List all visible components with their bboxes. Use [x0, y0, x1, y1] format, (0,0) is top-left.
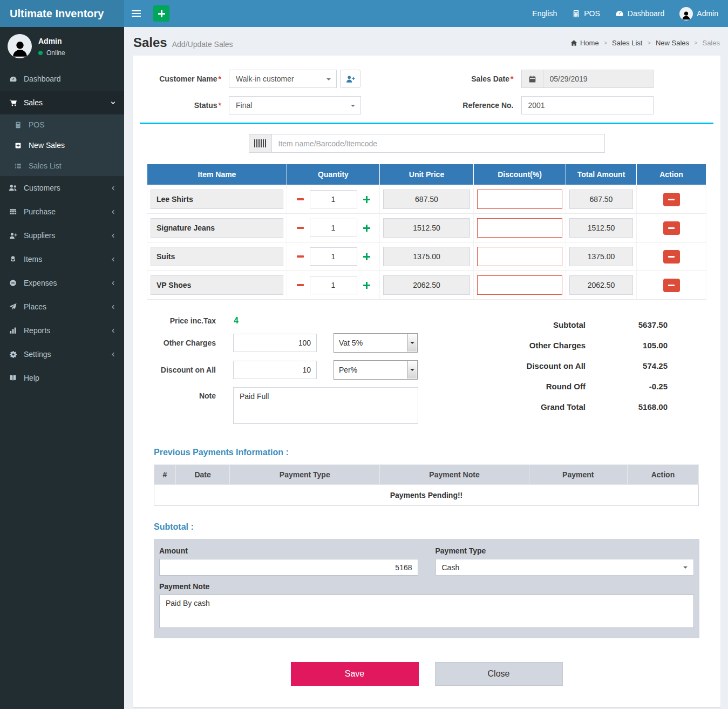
quantity-decrease-button[interactable] — [296, 283, 305, 287]
item-row — [147, 242, 706, 271]
customer-name-label: Customer Name* — [147, 75, 229, 83]
sidebar-subitem-pos[interactable]: POS — [0, 114, 124, 135]
dashboard-icon — [615, 9, 624, 18]
sidebar-item-settings[interactable]: Settings — [0, 342, 124, 366]
discount-type-select[interactable]: Per% — [334, 360, 418, 380]
item-search-input[interactable] — [271, 134, 605, 153]
plus-icon — [158, 10, 165, 17]
list-icon — [13, 163, 23, 170]
remove-item-button[interactable] — [663, 279, 680, 292]
topbar-pos-link[interactable]: POS — [572, 9, 600, 18]
dashboard-icon — [8, 75, 18, 83]
sidebar-item-expenses[interactable]: Expenses — [0, 271, 124, 295]
sidebar-subitem-new-sales[interactable]: New Sales — [0, 135, 124, 156]
reference-input[interactable] — [521, 96, 654, 114]
brand-logo[interactable]: Ultimate Inventory — [0, 0, 124, 27]
quantity-decrease-button[interactable] — [296, 254, 305, 259]
discount-input[interactable] — [477, 190, 562, 209]
cart-icon — [8, 99, 18, 107]
quantity-input[interactable] — [310, 247, 357, 266]
other-charges-type-select[interactable]: Vat 5% — [334, 333, 418, 353]
chevron-left-icon — [110, 256, 116, 262]
column-header-quantity: Quantity — [287, 164, 380, 185]
language-menu[interactable]: English — [532, 9, 557, 18]
payment-panel: Amount Payment Type Cash Payment Note Pa… — [154, 539, 699, 638]
calculator-icon — [572, 10, 580, 18]
quantity-input[interactable] — [310, 219, 357, 237]
grand-total-row: Grand Total5168.00 — [488, 402, 668, 411]
quantity-decrease-button[interactable] — [296, 226, 305, 230]
discount-on-all-input[interactable] — [233, 361, 317, 379]
status-select-value: Final — [236, 101, 252, 110]
amount-input[interactable] — [159, 559, 418, 576]
sidebar-item-label: Purchase — [24, 207, 56, 216]
select-arrow-icon — [407, 334, 417, 352]
save-button[interactable]: Save — [291, 662, 419, 686]
customer-select[interactable]: Walk-in customer — [229, 70, 337, 88]
breadcrumb-separator: > — [604, 39, 607, 46]
sidebar-item-items[interactable]: Items — [0, 247, 124, 271]
user-menu[interactable]: Admin — [679, 7, 718, 21]
note-textarea[interactable]: Paid Full — [233, 387, 418, 424]
discount-input[interactable] — [477, 275, 562, 295]
sidebar-subitem-sales-list[interactable]: Sales List — [0, 156, 124, 176]
other-charges-input[interactable] — [233, 334, 317, 352]
quantity-input[interactable] — [310, 276, 357, 294]
status-select[interactable]: Final — [229, 96, 361, 114]
sidebar-user-panel: Admin Online — [0, 27, 124, 67]
sidebar-item-label: Places — [24, 302, 46, 311]
sidebar-item-help[interactable]: Help — [0, 366, 124, 390]
payments-pending-message: Payments Pending!! — [154, 485, 699, 506]
sidebar-toggle-button[interactable] — [124, 0, 148, 27]
breadcrumb-separator: > — [647, 39, 650, 46]
discount-input[interactable] — [477, 247, 562, 266]
sidebar-item-customers[interactable]: Customers — [0, 176, 124, 200]
column-header-action: Action — [627, 465, 698, 485]
payment-note-textarea[interactable]: Paid By cash — [159, 595, 694, 628]
sidebar-subitem-label: POS — [29, 120, 45, 129]
quick-add-button[interactable] — [153, 5, 169, 22]
topbar-dashboard-link[interactable]: Dashboard — [615, 9, 665, 18]
discount-on-all-row: Discount on All574.25 — [488, 361, 668, 370]
quantity-increase-button[interactable] — [362, 281, 371, 290]
plus-icon — [363, 282, 370, 289]
sales-submenu: POS New Sales Sales List — [0, 114, 124, 176]
sidebar-item-suppliers[interactable]: Suppliers — [0, 224, 124, 247]
gear-icon — [8, 350, 18, 359]
total-amount-field — [569, 275, 633, 295]
sidebar-item-purchase[interactable]: Purchase — [0, 200, 124, 224]
minus-icon — [668, 256, 675, 258]
remove-item-button[interactable] — [663, 221, 680, 235]
remove-item-button[interactable] — [663, 193, 680, 206]
discount-input[interactable] — [477, 218, 562, 238]
sidebar-item-dashboard[interactable]: Dashboard — [0, 67, 124, 91]
sidebar-item-label: Suppliers — [24, 231, 55, 240]
user-plus-icon — [346, 75, 355, 84]
breadcrumb-home[interactable]: Home — [570, 39, 599, 47]
sidebar-item-places[interactable]: Places — [0, 295, 124, 319]
remove-item-button[interactable] — [663, 250, 680, 264]
column-header-total: Total Amount — [566, 164, 637, 185]
cubes-icon — [8, 255, 18, 263]
quantity-increase-button[interactable] — [362, 195, 371, 204]
calculator-icon — [13, 121, 23, 129]
sidebar-item-label: Expenses — [24, 279, 57, 287]
user-avatar-icon — [679, 7, 693, 21]
breadcrumb-current: Sales — [702, 39, 720, 47]
sidebar-item-sales[interactable]: Sales — [0, 91, 124, 114]
breadcrumb-new-sales[interactable]: New Sales — [656, 39, 689, 47]
unit-price-field — [383, 218, 470, 238]
column-header-payment: Payment — [529, 465, 627, 485]
quantity-increase-button[interactable] — [362, 224, 371, 233]
sales-date-input[interactable] — [543, 70, 654, 88]
payment-type-select[interactable]: Cash — [436, 559, 695, 576]
quantity-input[interactable] — [310, 190, 357, 208]
quantity-increase-button[interactable] — [362, 252, 371, 261]
bar-chart-icon — [8, 327, 18, 334]
add-customer-button[interactable] — [340, 70, 360, 88]
close-button[interactable]: Close — [435, 662, 563, 686]
user-plus-icon — [8, 232, 18, 240]
quantity-decrease-button[interactable] — [296, 197, 305, 201]
breadcrumb-sales-list[interactable]: Sales List — [612, 39, 642, 47]
sidebar-item-reports[interactable]: Reports — [0, 319, 124, 342]
